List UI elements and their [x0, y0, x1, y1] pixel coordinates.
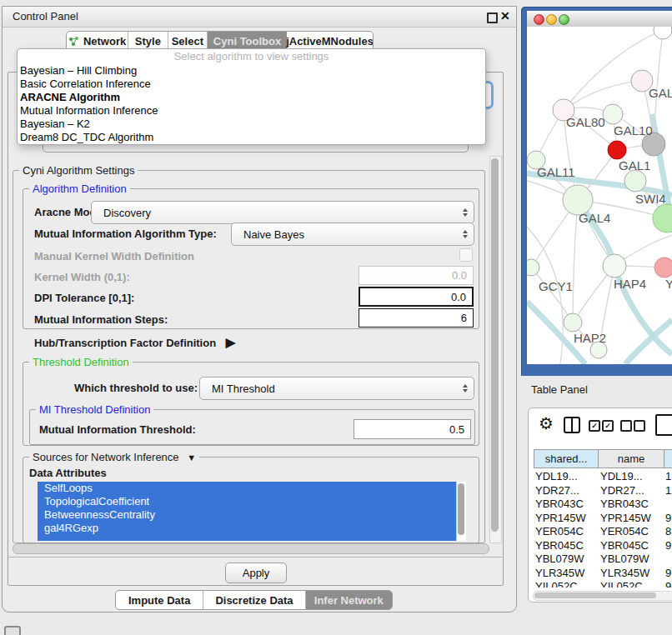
unchecked-checkbox-icon[interactable] [620, 420, 632, 432]
table-row[interactable]: YBL079WYBL079W [529, 552, 672, 566]
mi-type-combobox[interactable]: Naive Bayes [231, 222, 474, 246]
field-value: 0.5 [449, 423, 464, 436]
apply-button[interactable]: Apply [225, 562, 287, 583]
divider [8, 557, 502, 558]
dropdown-item[interactable]: Mutual Information Inference [18, 104, 485, 118]
tab-impute-data[interactable]: Impute Data [116, 591, 203, 609]
checked-checkbox-icon[interactable]: ✓ [602, 420, 614, 432]
algorithm-dropdown-popup: Select algorithm to view settings Bayesi… [17, 48, 486, 145]
mi-threshold-field[interactable]: 0.5 [354, 419, 471, 439]
dropdown-item[interactable]: Basic Correlation Inference [18, 78, 485, 91]
node-label: GCY1 [539, 279, 573, 293]
column-header-partial[interactable] [664, 449, 672, 468]
table-row[interactable]: YIL052CYIL052C9 [529, 580, 672, 588]
network-window-titlebar[interactable] [527, 11, 672, 28]
tab-discretize-data[interactable]: Discretize Data [203, 591, 305, 609]
field-value: 0.0 [451, 291, 466, 303]
close-icon[interactable]: ✕ [500, 9, 510, 22]
table-row[interactable]: YBR045CYBR045C9. [529, 539, 672, 552]
table-row[interactable]: YBR043CYBR043C [529, 498, 672, 511]
node-label: GAL80 [566, 115, 605, 129]
network-canvas[interactable]: GAL GAL80 GAL10 GAL1 SWI4 GAL11 GAL4 GCY… [527, 27, 672, 364]
control-panel: Control Panel ✕ Network Style Select Cy [2, 6, 517, 612]
unchecked-checkbox-icon[interactable] [634, 420, 645, 432]
tab-style[interactable]: Style [128, 32, 168, 50]
table-row[interactable]: YDR27...YDR27...12 [529, 484, 672, 498]
spinner-arrows-icon [463, 230, 468, 238]
dropdown-item-selected[interactable]: ARACNE Algorithm [18, 91, 485, 104]
field-value: 6 [461, 312, 467, 324]
hub-definition-label: Hub/Transcription Factor Definition [34, 337, 216, 349]
tab-label: Network [83, 35, 126, 48]
close-traffic-light-icon[interactable] [534, 14, 544, 25]
tab-label: jActiveMNodules [286, 35, 374, 48]
column-header-shared[interactable]: shared... [534, 449, 599, 468]
table-row[interactable]: YER054CYER054C8. [529, 525, 672, 538]
kernel-width-field[interactable]: 0.0 [359, 266, 474, 285]
table-card: ⚙ ✓ ✓ shared... name YDL19...YDL19...13 … [528, 408, 672, 602]
dpi-tolerance-label: DPI Tolerance [0,1]: [34, 292, 134, 304]
list-item[interactable]: BetweennessCentrality [38, 508, 466, 522]
node-label: HAP2 [574, 331, 606, 345]
column-header-name[interactable]: name [599, 449, 664, 468]
which-threshold-combobox[interactable]: MI Threshold [199, 377, 474, 400]
aracne-mode-combobox[interactable]: Discovery [91, 201, 474, 224]
hub-definition-toggle[interactable]: Hub/Transcription Factor Definition ▶ [34, 335, 235, 350]
tab-label: Discretize Data [215, 594, 293, 607]
spinner-arrows-icon [463, 208, 468, 217]
table-rows: YDL19...YDL19...13 YDR27...YDR27...12 YB… [529, 470, 672, 588]
tab-jactivemnodules[interactable]: jActiveMNodules [287, 32, 373, 50]
mi-steps-field[interactable]: 6 [359, 308, 474, 328]
mi-steps-label: Mutual Information Steps: [34, 313, 168, 326]
list-item[interactable]: SelfLoops [38, 482, 466, 495]
combobox-value: Discovery [92, 207, 151, 219]
mi-type-label: Mutual Information Algorithm Type: [34, 228, 217, 240]
combobox-value: MI Threshold [200, 382, 275, 395]
minimize-traffic-light-icon[interactable] [546, 14, 557, 25]
tab-label: Cyni Toolbox [213, 35, 281, 48]
combobox-value: Naive Bayes [232, 228, 304, 241]
list-item[interactable]: gal4RGexp [38, 522, 466, 535]
chevron-down-icon: ▼ [187, 452, 196, 462]
field-value: 0.0 [452, 269, 467, 282]
partial-panel-icon[interactable] [4, 626, 21, 635]
checked-checkbox-icon[interactable]: ✓ [589, 420, 600, 432]
table-horizontal-scrollbar[interactable] [533, 591, 672, 601]
node-label: GAL4 [579, 211, 610, 225]
table-row[interactable]: YDL19...YDL19...13 [529, 470, 672, 483]
tab-network[interactable]: Network [67, 32, 128, 50]
node-label: SWI4 [635, 192, 666, 206]
control-panel-title: Control Panel [13, 10, 78, 22]
tab-select[interactable]: Select [168, 32, 208, 50]
gear-icon[interactable]: ⚙ [539, 413, 554, 433]
apply-label: Apply [243, 567, 270, 579]
table-row[interactable]: YLR345WYLR345W9. [529, 567, 672, 580]
group-title: Cyni Algorithm Settings [19, 164, 138, 177]
dropdown-item[interactable]: Dream8 DC_TDC Algorithm [18, 131, 485, 144]
zoom-traffic-light-icon[interactable] [559, 14, 569, 25]
tab-label: Infer Network [314, 594, 384, 607]
node-label: HAP4 [614, 277, 646, 291]
which-threshold-label: Which threshold to use: [74, 382, 198, 394]
bottom-tabbar: Impute Data Discretize Data Infer Networ… [115, 590, 393, 610]
split-columns-icon[interactable] [564, 417, 580, 433]
manual-kernel-checkbox[interactable] [459, 248, 473, 262]
dpi-tolerance-field[interactable]: 0.0 [359, 287, 474, 307]
tab-cyni-toolbox[interactable]: Cyni Toolbox [208, 32, 287, 50]
settings-vertical-scrollbar[interactable] [489, 156, 502, 543]
data-attributes-label: Data Attributes [29, 467, 107, 479]
sources-toggle[interactable]: Sources for Network Inference ▼ [29, 451, 199, 463]
float-window-icon[interactable] [487, 12, 498, 23]
dropdown-item[interactable]: Bayesian – K2 [18, 118, 485, 131]
spinner-arrows-icon [463, 384, 468, 392]
dropdown-item[interactable]: Bayesian – Hill Climbing [18, 64, 485, 78]
settings-horizontal-scrollbar[interactable] [13, 543, 489, 554]
page-icon[interactable] [655, 414, 672, 436]
manual-kernel-label: Manual Kernel Width Definition [34, 250, 194, 262]
tab-infer-network[interactable]: Infer Network [306, 591, 392, 609]
list-scrollbar[interactable] [456, 482, 466, 541]
list-item[interactable]: TopologicalCoefficient [38, 495, 466, 508]
data-attributes-list[interactable]: SelfLoops TopologicalCoefficient Between… [38, 482, 466, 541]
table-row[interactable]: YPR145WYPR145W9. [529, 512, 672, 525]
chevron-right-icon: ▶ [226, 335, 236, 349]
